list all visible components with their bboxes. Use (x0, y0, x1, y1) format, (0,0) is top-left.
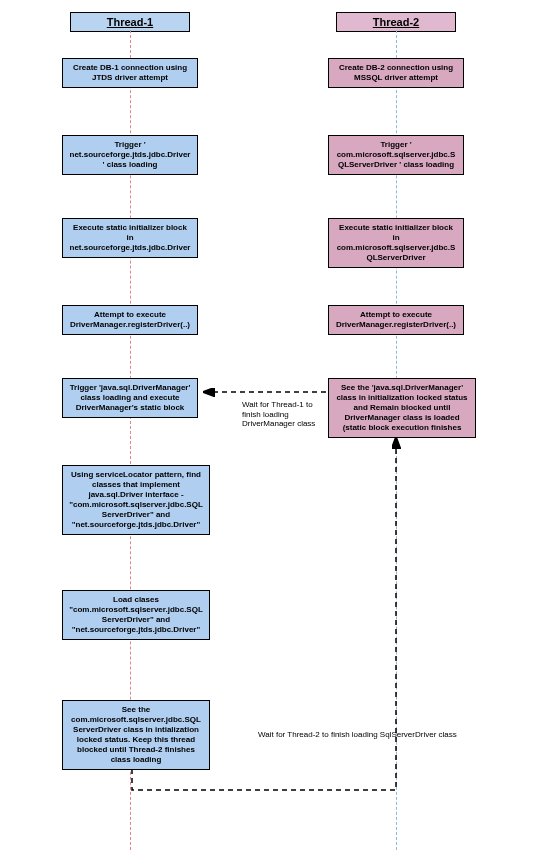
t1-step-trigger-loading: Trigger ' net.sourceforge.jtds.jdbc.Driv… (62, 135, 198, 175)
t1-step-servicelocator: Using serviceLocator pattern, find class… (62, 465, 210, 535)
t1-step-blocked: See the com.microsoft.sqlserver.jdbc.SQL… (62, 700, 210, 770)
t2-step-register-driver: Attempt to execute DriverManager.registe… (328, 305, 464, 335)
label-wait-thread1: Wait for Thread-1 to finish loading Driv… (242, 400, 324, 429)
t2-step-trigger-loading: Trigger ' com.microsoft.sqlserver.jdbc.S… (328, 135, 464, 175)
t2-step-create-connection: Create DB-2 connection using MSSQL drive… (328, 58, 464, 88)
t2-step-static-init: Execute static initializer block in com.… (328, 218, 464, 268)
t1-step-static-init: Execute static initializer block in net.… (62, 218, 198, 258)
label-wait-thread2: Wait for Thread-2 to finish loading SqlS… (258, 730, 518, 740)
t1-step-register-driver: Attempt to execute DriverManager.registe… (62, 305, 198, 335)
t1-step-load-classes: Load clases "com.microsoft.sqlserver.jdb… (62, 590, 210, 640)
t2-step-blocked: See the 'java.sql.DriverManager' class i… (328, 378, 476, 438)
t1-step-create-connection: Create DB-1 connection using JTDS driver… (62, 58, 198, 88)
t1-step-trigger-drivermanager: Trigger 'java.sql.DriverManager' class l… (62, 378, 198, 418)
